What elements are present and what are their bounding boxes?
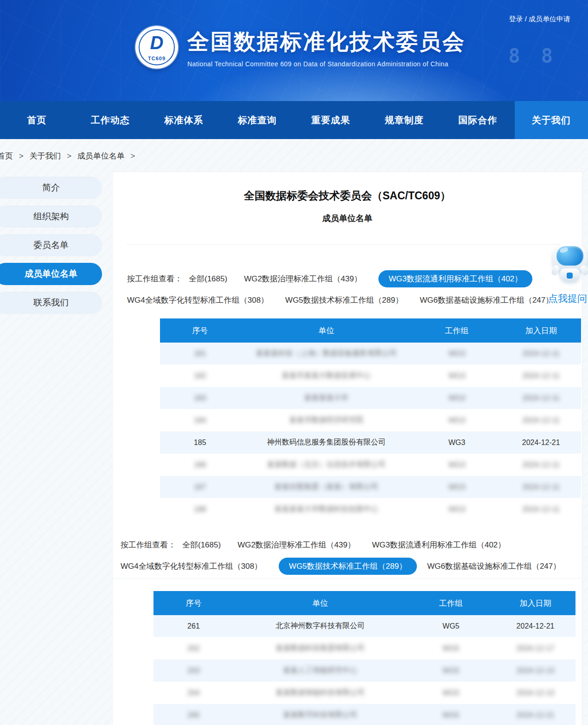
row-wg: WG3 [413,505,501,514]
workgroup-filters-section1: 按工作组查看： 全部(1685) WG2数据治理标准工作组（439） WG3数据… [113,270,582,313]
workgroup-filter[interactable]: WG3数据流通利用标准工作组（402） [372,540,505,550]
row-date: 2024-12-17 [495,644,575,653]
breadcrumb-item[interactable]: 关于我们 [29,152,61,160]
row-wg: WG5 [407,622,495,630]
nav-item[interactable]: 重要成果 [294,101,368,139]
workgroup-filter[interactable]: WG2数据治理标准工作组（439） [237,540,355,550]
row-org: 某某市数据经济研究院 [240,415,413,425]
table-header: 序号 单位 工作组 加入日期 [160,318,581,343]
row-org: 某某数据科技集团有限公司 [234,643,407,653]
sidebar-item[interactable]: 联系我们 [0,292,102,314]
nav-item[interactable]: 关于我们 [515,101,588,139]
robot-face [556,246,583,266]
divider [127,244,569,245]
workgroup-filter[interactable]: WG5数据技术标准工作组（289） [285,295,403,305]
table-row: 186 某某数据（北京）信息技术有限公司 WG3 2024-12-11 [160,454,581,476]
login-links[interactable]: 登录 / 成员单位申请 [509,15,570,24]
row-no: 181 [160,350,240,358]
row-date: 2024-12-11 [501,350,581,358]
brand: D TC609 全国数据标准化技术委员会 National Technical … [135,26,466,69]
row-no: 188 [160,505,240,514]
table-row: 181 某某某科技（上海）数据设备服务有限公司 WG3 2024-12-11 [160,343,581,365]
table-row: 188 某某某某大学数据科技创新中心 WG3 2024-12-11 [160,498,581,521]
row-no: 264 [153,689,234,697]
col-header-date: 加入日期 [501,325,581,336]
row-wg: WG3 [413,416,501,425]
workgroup-filter[interactable]: 全部(1685) [182,540,221,550]
workgroup-filter[interactable]: WG3数据流通利用标准工作组（402） [378,270,532,287]
banner-decoration: 8 8 [508,45,557,67]
assistant-robot-icon[interactable] [552,243,588,281]
robot-arm [580,264,588,276]
nav-item[interactable]: 标准体系 [147,101,221,139]
sidebar: 简介 组织架构 委员名单 成员单位名单 联系我们 [0,177,102,320]
row-date: 2024-12-11 [501,505,581,514]
workgroup-filter[interactable]: 全部(1685) [189,273,227,284]
nav-item[interactable]: 工作动态 [74,101,147,139]
row-wg: WG5 [407,689,495,697]
table-row: 261 北京神州数字科技有限公司 WG5 2024-12-21 [153,615,575,637]
row-no: 261 [153,622,234,630]
row-wg: WG3 [413,461,501,469]
row-no: 263 [153,667,234,675]
breadcrumb-item[interactable]: 成员单位名单 [77,152,125,160]
workgroup-filter[interactable]: WG6数据基础设施标准工作组（247） [427,561,561,572]
workgroup-filter[interactable]: WG4全域数字化转型标准工作组（308） [127,295,268,305]
col-header-no: 序号 [160,325,240,336]
row-date: 2024-12-13 [495,689,575,697]
table-row: 264 某某数据智能科技有限公司 WG5 2024-12-13 [153,682,575,704]
row-date: 2024-12-21 [495,711,575,719]
table-row: 263 某某人工智能研究中心 WG5 2024-12-13 [153,660,575,682]
filter-label: 按工作组查看： [127,273,182,284]
row-date: 2024-12-11 [501,416,581,425]
sidebar-item[interactable]: 委员名单 [0,234,102,256]
row-no: 183 [160,394,240,402]
sidebar-item[interactable]: 成员单位名单 [0,263,102,285]
breadcrumb-separator: > [67,152,71,160]
row-no: 186 [160,461,240,469]
row-org: 某某市某某大数据发展中心 [240,371,413,381]
workgroup-filter[interactable]: WG6数据基础设施标准工作组（247） [420,295,553,305]
col-header-org: 单位 [234,598,407,609]
workgroup-filters-section2: 按工作组查看： 全部(1685) WG2数据治理标准工作组（439） WG3数据… [113,536,582,579]
nav-item[interactable]: 规章制度 [368,101,441,139]
table-row: 262 某某数据科技集团有限公司 WG5 2024-12-17 [153,637,575,660]
row-org: 某某某某大学数据科技创新中心 [240,504,413,514]
table-row: 187 某某控股集团（某某）有限公司 WG3 2024-12-11 [160,476,581,498]
breadcrumb-separator: > [19,152,24,160]
workgroup-filter[interactable]: WG4全域数字化转型标准工作组（308） [121,561,262,572]
col-header-no: 序号 [153,598,234,609]
content-card: 全国数据标委会技术委员会（SAC/TC609） 成员单位名单 按工作组查看： 全… [112,172,582,725]
row-wg: WG5 [407,711,495,719]
row-no: 262 [153,644,234,653]
robot-body [560,268,580,281]
col-header-org: 单位 [240,325,413,336]
workgroup-filter[interactable]: WG5数据技术标准工作组（289） [279,558,417,575]
breadcrumb-item[interactable]: 首页 [0,152,13,160]
page-title: 全国数据标委会技术委员会（SAC/TC609） [113,189,582,203]
site-subtitle: National Technical Committee 609 on Data… [187,60,466,68]
row-org: 某某控股集团（某某）有限公司 [240,482,413,492]
row-no: 185 [160,439,240,447]
row-date: 2024-12-11 [501,394,581,402]
main-nav: 首页 工作动态 标准体系 标准查询 重要成果 规章制度 国际合作 关于我们 [0,101,588,139]
table-row: 265 某某数字科技有限公司 WG5 2024-12-21 [153,704,575,725]
workgroup-filter[interactable]: WG2数据治理标准工作组（439） [244,273,362,284]
row-org: 某某某某大学 [240,393,413,403]
row-date: 2024-12-11 [501,461,581,469]
breadcrumb-separator: > [131,152,135,160]
assistant-prompt-link[interactable]: 点我提问 [545,292,588,305]
sidebar-item[interactable]: 简介 [0,177,102,199]
sidebar-item[interactable]: 组织架构 [0,205,102,228]
row-date: 2024-12-21 [501,439,581,447]
table-row: 183 某某某某大学 WG3 2024-12-11 [160,387,581,409]
nav-item[interactable]: 首页 [0,101,74,139]
member-table-wg3: 序号 单位 工作组 加入日期 181 某某某科技（上海）数据设备服务有限公司 W… [160,318,581,521]
table-row: 184 某某市数据经济研究院 WG3 2024-12-11 [160,409,581,432]
table-row: 182 某某市某某大数据发展中心 WG3 2024-12-11 [160,365,581,387]
nav-item[interactable]: 国际合作 [441,101,515,139]
logo-code: TC609 [135,56,178,61]
member-table-wg5: 序号 单位 工作组 加入日期 261 北京神州数字科技有限公司 WG5 2024… [153,591,575,725]
nav-item[interactable]: 标准查询 [221,101,294,139]
filter-label: 按工作组查看： [121,540,176,550]
